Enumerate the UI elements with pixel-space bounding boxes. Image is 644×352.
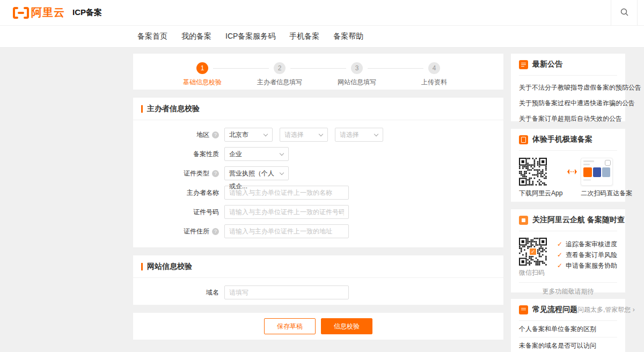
wechat-qihang-title: 关注阿里云企航 备案随时查 — [532, 215, 625, 225]
feature-item: ✓ 追踪备案审核进度 — [557, 239, 617, 250]
nav-item-home[interactable]: 备案首页 — [137, 32, 167, 41]
step-3-number: 3 — [351, 62, 363, 74]
wechat-qihang-header: 关注阿里云企航 备案随时查 — [519, 209, 617, 231]
filing-nature-select[interactable]: 企业 — [224, 147, 289, 161]
verify-info-button[interactable]: 信息校验 — [321, 318, 372, 334]
faq-link[interactable]: 个人备案和单位备案的区别 — [519, 321, 617, 338]
org-name-label: 主办者名称 — [187, 188, 219, 197]
search-button[interactable] — [611, 0, 638, 26]
region-label: 地区 — [196, 130, 209, 140]
qr-center-badge-icon: ✓ — [529, 247, 537, 256]
announcements-header: 最新公告 — [519, 54, 617, 76]
app-qr-caption: 下载阿里云App — [519, 189, 562, 198]
phone-qr-caption: 二次扫码直达备案 — [581, 189, 632, 198]
chevron-right-icon: › — [633, 306, 635, 313]
chevron-down-icon — [319, 132, 323, 136]
nav-item-service-code[interactable]: ICP备案服务码 — [225, 32, 275, 41]
faq-card: 常见流程问题 问题太多,管家帮您 › 个人备案和单位备案的区别 未备案的域名是否… — [511, 299, 625, 352]
check-icon: ✓ — [557, 239, 562, 250]
progress-stepper: 1 基础信息校验 2 主办者信息填写 3 网站信息填写 4 上传资料 — [133, 54, 503, 90]
mobile-filing-card: 体验手机极速备案 — [511, 129, 625, 202]
top-header: 阿里云 ICP备案 — [0, 0, 644, 26]
step-3-website-info: 3 网站信息填写 — [325, 62, 389, 87]
domain-label: 域名 — [206, 288, 219, 297]
step-3-label: 网站信息填写 — [325, 78, 389, 87]
website-section-title: 网站信息校验 — [147, 262, 192, 272]
chevron-down-icon — [374, 132, 378, 136]
qihang-mascot-icon — [519, 216, 528, 225]
chevron-down-icon — [280, 171, 284, 175]
scan-icon — [605, 160, 611, 166]
check-icon: ✓ — [557, 260, 562, 271]
wechat-qr-code: ✓ — [519, 238, 547, 266]
app-screenshot-thumbnail — [581, 158, 613, 186]
step-4-upload: 4 上传资料 — [402, 62, 466, 87]
nav-item-help[interactable]: 备案帮助 — [333, 32, 363, 41]
cert-type-help-icon[interactable]: ? — [212, 170, 219, 177]
cert-number-label: 证件号码 — [193, 208, 219, 217]
wechat-qr-caption: 微信扫码 — [519, 268, 551, 277]
feature-item: ✓ 查看备案订单风险 — [557, 250, 617, 260]
step-4-label: 上传资料 — [402, 78, 466, 87]
search-icon — [620, 8, 629, 19]
announcements-card: 最新公告 关于不法分子教唆指导虚假备案的预防公告 关于预防备案过程中遭遇快递诈骗… — [511, 54, 625, 121]
faq-helper-link[interactable]: 问题太多,管家帮您 › — [577, 305, 635, 314]
sponsor-section-title: 主办者信息校验 — [147, 104, 200, 114]
announcement-link[interactable]: 关于预防备案过程中遭遇快递诈骗的公告 — [519, 96, 617, 111]
step-1-number: 1 — [196, 62, 208, 74]
cert-address-label: 证件住所 — [184, 227, 209, 236]
region-province-select[interactable]: 北京市 — [224, 128, 273, 142]
section-accent-bar — [141, 105, 143, 113]
nav-item-my-filings[interactable]: 我的备案 — [181, 32, 211, 41]
alibaba-cloud-logo-icon — [12, 6, 30, 20]
org-name-row: 主办者名称 — [133, 186, 503, 200]
chat-bubble-icon — [519, 305, 528, 314]
mobile-filing-title: 体验手机极速备案 — [532, 135, 592, 144]
cert-number-input[interactable] — [224, 205, 349, 219]
feature-item: ✓ 申请备案服务协助 — [557, 260, 617, 271]
step-1-basic-info: 1 基础信息校验 — [170, 62, 235, 87]
page-title: ICP备案 — [72, 8, 102, 18]
cert-type-label: 证件类型 — [184, 169, 209, 178]
cert-address-help-icon[interactable]: ? — [212, 228, 219, 235]
region-district-select[interactable]: 请选择 — [335, 128, 383, 142]
announcement-link[interactable]: 关于不法分子教唆指导虚假备案的预防公告 — [519, 80, 617, 96]
step-2-number: 2 — [274, 62, 286, 74]
step-2-sponsor-info: 2 主办者信息填写 — [247, 62, 312, 87]
faq-title: 常见流程问题 — [532, 305, 577, 314]
form-actions: 保存草稿 信息校验 — [133, 313, 503, 340]
sponsor-info-section: 主办者信息校验 地区 ? 北京市 请选择 请选择 — [133, 98, 503, 247]
section-accent-bar — [141, 263, 143, 270]
domain-row: 域名 — [133, 285, 503, 299]
nav-item-mobile-filing[interactable]: 手机备案 — [289, 32, 319, 41]
check-icon: ✓ — [557, 250, 562, 260]
region-row: 地区 ? 北京市 请选择 请选择 — [133, 128, 503, 142]
transfer-arrows-icon — [567, 167, 577, 177]
cert-number-row: 证件号码 — [133, 205, 503, 219]
faq-header: 常见流程问题 问题太多,管家帮您 › — [519, 299, 617, 321]
chevron-down-icon — [280, 151, 284, 156]
more-features-note: 更多功能敬请期待 — [519, 282, 617, 296]
cert-type-select[interactable]: 营业执照（个人或企... — [224, 166, 289, 180]
domain-input[interactable] — [224, 285, 349, 299]
faq-link[interactable]: 未备案的域名是否可以访问 — [519, 338, 617, 352]
logo-text: 阿里云 — [31, 5, 65, 20]
filing-nature-row: 备案性质 企业 — [133, 147, 503, 161]
cert-address-row: 证件住所 ? — [133, 224, 503, 238]
announcements-title: 最新公告 — [532, 60, 562, 69]
app-download-qr-code — [519, 158, 547, 186]
alibaba-cloud-logo[interactable]: 阿里云 — [12, 5, 65, 20]
main-nav: 备案首页 我的备案 ICP备案服务码 手机备案 备案帮助 — [0, 26, 644, 48]
sponsor-section-header: 主办者信息校验 — [133, 98, 503, 120]
region-city-select[interactable]: 请选择 — [280, 128, 328, 142]
cert-address-input[interactable] — [224, 224, 349, 238]
region-help-icon[interactable]: ? — [212, 131, 219, 138]
wechat-qihang-card: 关注阿里云企航 备案随时查 — [511, 209, 625, 292]
chevron-down-icon — [264, 132, 268, 136]
save-draft-button[interactable]: 保存草稿 — [264, 318, 316, 334]
announcement-doc-icon — [519, 60, 528, 69]
mobile-phone-icon — [519, 135, 528, 144]
step-4-number: 4 — [428, 62, 440, 74]
announcement-link[interactable]: 关于备案订单超期后自动失效的公告 — [519, 111, 617, 127]
icp-filing-page: 阿里云 ICP备案 备案首页 我的备案 ICP备案服务码 手机备案 备案帮助 1… — [0, 0, 644, 352]
